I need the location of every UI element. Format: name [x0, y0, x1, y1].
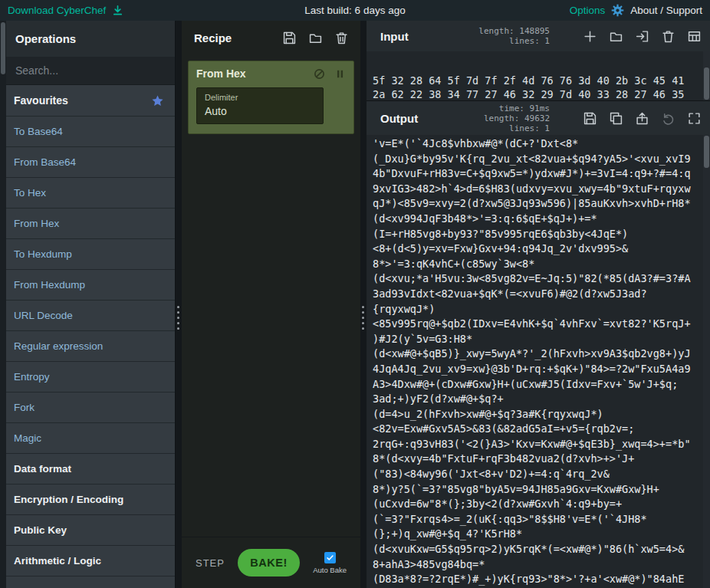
- download-cyberchef-link[interactable]: Download CyberChef: [8, 5, 106, 16]
- resize-grip-icon: [177, 306, 179, 330]
- operation-item-from-base64[interactable]: From Base64: [6, 147, 175, 178]
- delimiter-value[interactable]: Auto: [205, 105, 315, 117]
- open-folder-input-icon[interactable]: [610, 30, 623, 43]
- operation-item-entropy[interactable]: Entropy: [6, 362, 175, 393]
- input-section: Input length: 148895 lines: 1: [367, 21, 710, 100]
- gear-icon[interactable]: [611, 4, 624, 17]
- auto-bake-toggle[interactable]: Auto Bake: [313, 552, 347, 574]
- resize-grip-icon: [362, 306, 364, 330]
- input-text: 5f 32 28 64 5f 7d 7f 2f 4d 76 76 3d 40 2…: [373, 74, 697, 100]
- recipe-title: Recipe: [194, 31, 232, 44]
- clear-recipe-trash-icon[interactable]: [335, 31, 348, 44]
- recipe-list[interactable]: From Hex Delimiter Auto: [182, 54, 360, 537]
- output-scrollbar[interactable]: [703, 135, 710, 588]
- download-icon[interactable]: [112, 5, 123, 16]
- search-input[interactable]: [6, 57, 175, 84]
- operations-recipe-resize-handle[interactable]: [176, 21, 182, 588]
- category-arithmetic-logic[interactable]: Arithmetic / Logic: [6, 546, 175, 577]
- add-input-tab-icon[interactable]: [583, 30, 597, 43]
- favourites-label: Favourites: [14, 94, 68, 107]
- operation-item-fork[interactable]: Fork: [6, 393, 175, 423]
- about-support-link[interactable]: About / Support: [630, 5, 702, 16]
- bake-button[interactable]: BAKE!: [238, 549, 299, 577]
- input-tab-layout-icon[interactable]: [688, 30, 701, 43]
- recipe-panel: Recipe From Hex: [182, 21, 360, 588]
- input-title: Input: [380, 30, 409, 43]
- category-encryption-encoding[interactable]: Encryption / Encoding: [6, 485, 175, 515]
- category-public-key[interactable]: Public Key: [6, 515, 175, 546]
- input-stats: length: 148895 lines: 1: [478, 26, 550, 46]
- recipe-io-resize-handle[interactable]: [360, 21, 367, 588]
- operation-item-from-hexdump[interactable]: From Hexdump: [6, 270, 175, 301]
- io-panel: Input length: 148895 lines: 1: [367, 21, 710, 588]
- save-recipe-icon[interactable]: [283, 31, 296, 44]
- delimiter-label: Delimiter: [205, 93, 315, 102]
- operations-scrollbar[interactable]: [0, 21, 6, 588]
- output-lines-stat: lines: 1: [484, 123, 550, 133]
- operation-item-url-decode[interactable]: URL Decode: [6, 301, 175, 331]
- input-scrollbar[interactable]: [703, 51, 710, 100]
- category-data-format[interactable]: Data format: [6, 454, 175, 485]
- undo-icon[interactable]: [662, 112, 675, 125]
- search-bar: [6, 57, 175, 85]
- save-output-icon[interactable]: [583, 112, 597, 125]
- operation-item-to-hex[interactable]: To Hex: [6, 178, 175, 209]
- output-stats: time: 91ms length: 49632 lines: 1: [484, 103, 550, 133]
- output-time-stat: time: 91ms: [484, 103, 550, 113]
- replace-input-with-output-icon[interactable]: [636, 112, 649, 125]
- operation-item-to-hexdump[interactable]: To Hexdump: [6, 239, 175, 270]
- operation-item-regular-expression[interactable]: Regular expression: [6, 331, 175, 362]
- output-title: Output: [380, 112, 418, 125]
- output-section: Output time: 91ms length: 49632 lines: 1: [367, 100, 710, 588]
- check-icon: [326, 554, 334, 562]
- delimiter-dropdown[interactable]: Delimiter Auto: [196, 87, 324, 124]
- output-length-stat: length: 49632: [484, 113, 550, 123]
- operation-item-to-base64[interactable]: To Base64: [6, 117, 175, 147]
- auto-bake-checkbox[interactable]: [324, 552, 336, 563]
- operations-title: Operations: [6, 21, 175, 57]
- auto-bake-label: Auto Bake: [313, 566, 347, 574]
- operation-item-from-hex[interactable]: From Hex: [6, 209, 175, 239]
- operations-scrollbar-thumb[interactable]: [1, 22, 5, 74]
- input-textarea[interactable]: 5f 32 28 64 5f 7d 7f 2f 4d 76 76 3d 40 2…: [367, 51, 703, 100]
- copy-output-icon[interactable]: [610, 112, 623, 125]
- step-button[interactable]: STEP: [196, 557, 225, 569]
- top-banner: Download CyberChef Last build: 6 days ag…: [0, 0, 710, 21]
- recipe-operation-from-hex[interactable]: From Hex Delimiter Auto: [188, 61, 354, 134]
- options-link[interactable]: Options: [570, 5, 606, 16]
- breakpoint-pause-icon[interactable]: [334, 68, 346, 80]
- bake-bar: STEP BAKE! Auto Bake: [182, 537, 360, 588]
- star-icon[interactable]: [151, 94, 164, 107]
- category-partial-row: [6, 577, 175, 588]
- output-scrollbar-thumb[interactable]: [704, 136, 709, 168]
- recipe-operation-title: From Hex: [196, 67, 246, 80]
- disable-operation-icon[interactable]: [314, 68, 325, 80]
- input-length-stat: length: 148895: [478, 26, 550, 36]
- input-lines-stat: lines: 1: [478, 36, 550, 46]
- input-scrollbar-thumb[interactable]: [704, 67, 709, 100]
- open-file-input-icon[interactable]: [636, 30, 649, 43]
- favourites-header[interactable]: Favourites: [6, 85, 175, 117]
- load-recipe-folder-icon[interactable]: [309, 31, 322, 44]
- clear-input-trash-icon[interactable]: [662, 30, 675, 43]
- operation-item-magic[interactable]: Magic: [6, 423, 175, 454]
- maximise-output-icon[interactable]: [688, 112, 701, 125]
- output-text: 'v=E*('`4Jc8$vhbxw#@*(dC+?'Dxt<8* (_Dxu}…: [367, 135, 703, 588]
- operations-panel: Operations Favourites To Base64 From Bas…: [0, 21, 176, 588]
